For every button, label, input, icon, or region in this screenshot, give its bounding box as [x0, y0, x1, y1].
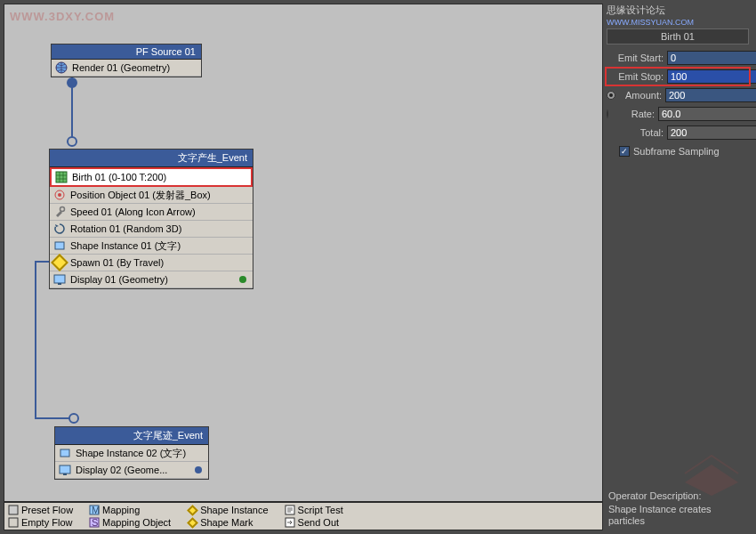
tool-mapping[interactable]: M Mapping — [89, 504, 171, 516]
node-row-label: Spawn 01 (By Travel) — [70, 257, 164, 268]
tool-label: Send Out — [298, 517, 339, 528]
svg-point-4 — [60, 207, 65, 212]
param-emit-stop: Emit Stop: ▲▼ — [607, 69, 749, 85]
watermark-text: WWW.3DXY.COM — [10, 10, 115, 23]
node-row-position[interactable]: Position Object 01 (发射器_Box) — [50, 187, 253, 204]
tool-label: Shape Instance — [200, 505, 268, 515]
emit-stop-input[interactable] — [667, 69, 756, 84]
param-label: Emit Start: — [607, 53, 667, 63]
tool-shape-instance[interactable]: Shape Instance — [187, 504, 268, 516]
wire — [35, 261, 49, 263]
node-title: PF Source 01 — [52, 44, 201, 60]
param-label: Subframe Sampling — [633, 146, 720, 157]
node-row-shape-instance[interactable]: Shape Instance 02 (文字) — [55, 445, 208, 462]
tool-label: Mapping Object — [102, 517, 171, 528]
shape-icon — [52, 239, 67, 253]
node-pf-source[interactable]: PF Source 01 Render 01 (Geometry) — [51, 44, 202, 77]
desc-title: Operator Description: — [608, 490, 747, 502]
tool-label: Mapping — [102, 505, 140, 515]
node-row-label: Display 01 (Geometry) — [70, 274, 168, 285]
node-row-display[interactable]: Display 01 (Geometry) — [50, 271, 253, 288]
tool-preset-flow[interactable]: Preset Flow — [8, 504, 73, 516]
param-subframe[interactable]: ✓ Subframe Sampling — [607, 143, 749, 159]
script-icon — [285, 505, 295, 515]
connector-out[interactable] — [67, 77, 77, 88]
tool-label: Shape Mark — [200, 517, 253, 528]
node-row-label: Render 01 (Geometry) — [72, 62, 170, 73]
svg-rect-7 — [58, 283, 61, 285]
param-label: Amount: — [619, 90, 665, 101]
svg-rect-5 — [55, 242, 64, 249]
operator-description: Operator Description: Shape Instance cre… — [603, 487, 752, 530]
desc-body: Shape Instance creates particles — [608, 504, 747, 527]
svg-rect-9 — [60, 465, 70, 473]
node-row-shape-instance[interactable]: Shape Instance 01 (文字) — [50, 238, 253, 255]
node-row-label: Birth 01 (0-100 T:200) — [72, 172, 166, 182]
rotate-icon — [52, 222, 67, 236]
emit-start-input[interactable] — [667, 51, 756, 65]
display-icon — [58, 463, 72, 477]
node-event-2[interactable]: 文字尾迹_Event Shape Instance 02 (文字) Displa… — [54, 426, 209, 480]
wire — [35, 261, 36, 417]
shape-icon — [58, 446, 72, 460]
diamond-icon — [187, 505, 197, 515]
svg-text:S: S — [92, 517, 98, 528]
wrench-icon — [52, 205, 67, 219]
tool-label: Empty Flow — [21, 517, 72, 528]
diamond-icon — [187, 517, 197, 528]
svg-rect-1 — [56, 172, 67, 182]
display-icon — [52, 272, 67, 287]
node-row-spawn[interactable]: Spawn 01 (By Travel) — [50, 255, 253, 271]
svg-point-3 — [58, 193, 61, 197]
param-label: Rate: — [612, 109, 658, 119]
node-event-1[interactable]: 文字产生_Event Birth 01 (0-100 T:200) Positi… — [49, 149, 253, 289]
status-dot-icon — [239, 276, 246, 283]
node-row-rotation[interactable]: Rotation 01 (Random 3D) — [50, 221, 253, 238]
svg-text:M: M — [92, 505, 100, 515]
svg-rect-8 — [60, 449, 69, 457]
status-dot-icon — [195, 466, 202, 473]
rate-input[interactable] — [658, 107, 756, 121]
amount-input[interactable] — [665, 88, 756, 102]
send-icon — [285, 517, 295, 528]
tool-script-test[interactable]: Script Test — [285, 504, 343, 516]
node-row-label: Shape Instance 01 (文字) — [70, 239, 181, 253]
tool-send-out[interactable]: Send Out — [285, 516, 343, 529]
svg-rect-11 — [9, 506, 18, 514]
svg-rect-6 — [54, 275, 65, 283]
radio-rate[interactable] — [607, 109, 608, 118]
radio-amount[interactable] — [607, 91, 615, 100]
node-row-render[interactable]: Render 01 (Geometry) — [52, 60, 201, 77]
tool-empty-flow[interactable]: Empty Flow — [8, 516, 73, 529]
node-title: 文字产生_Event — [50, 150, 253, 167]
connector-in[interactable] — [68, 413, 79, 424]
node-row-speed[interactable]: Speed 01 (Along Icon Arrow) — [50, 204, 253, 221]
particle-view-canvas[interactable]: WWW.3DXY.COM PF Source 01 Render 01 (Geo… — [4, 4, 603, 502]
target-icon — [52, 188, 67, 202]
node-row-label: Shape Instance 02 (文字) — [76, 447, 186, 460]
connector-in[interactable] — [67, 136, 77, 147]
node-row-label: Speed 01 (Along Icon Arrow) — [70, 206, 196, 217]
node-title: 文字尾迹_Event — [55, 427, 208, 445]
subframe-checkbox[interactable]: ✓ — [619, 146, 630, 157]
node-row-display[interactable]: Display 02 (Geome... — [55, 462, 208, 479]
node-row-label: Display 02 (Geome... — [76, 465, 167, 475]
svg-rect-10 — [63, 473, 67, 475]
node-row-birth[interactable]: Birth 01 (0-100 T:200) — [50, 167, 253, 187]
param-amount: Amount: ▲▼ — [607, 87, 749, 103]
tool-label: Script Test — [298, 505, 343, 515]
node-row-label: Position Object 01 (发射器_Box) — [70, 189, 211, 202]
operator-toolbar: Preset Flow Empty Flow M Mapping S Mappi… — [4, 502, 603, 530]
param-emit-start: Emit Start: ▲▼ — [607, 50, 749, 66]
tool-mapping-object[interactable]: S Mapping Object — [89, 516, 171, 529]
tool-label: Preset Flow — [21, 505, 73, 515]
param-label: Emit Stop: — [607, 71, 667, 82]
mapping-obj-icon: S — [89, 517, 100, 528]
grid-icon — [54, 170, 68, 184]
param-rate: Rate: ▲▼ — [607, 106, 749, 122]
svg-rect-12 — [9, 518, 18, 527]
param-label: Total: — [607, 127, 667, 138]
total-output — [667, 125, 756, 140]
panel-title[interactable]: Birth 01 — [607, 28, 749, 44]
tool-shape-mark[interactable]: Shape Mark — [187, 516, 268, 529]
